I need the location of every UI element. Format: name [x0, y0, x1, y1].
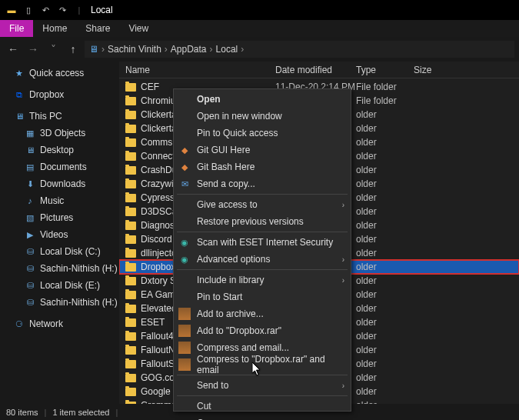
sidebar-item-label: Sachin-Nithish (H:) [40, 297, 118, 308]
sidebar-network[interactable]: ⚆Network [0, 315, 119, 332]
ctx-send-to[interactable]: Send to› [174, 377, 351, 394]
ctx-pin-quick-access[interactable]: Pin to Quick access [174, 125, 351, 142]
folder-icon [125, 249, 136, 258]
window-title: Local [91, 5, 113, 15]
folder-icon [125, 235, 136, 244]
ctx-open[interactable]: Open [174, 91, 351, 108]
folder-icon: ▬ [5, 3, 18, 17]
folder-icon [125, 346, 136, 355]
sidebar-item[interactable]: ▧Pictures [0, 209, 119, 226]
back-button[interactable]: ← [5, 41, 22, 58]
device-icon: ⛁ [25, 246, 35, 257]
folder-icon [125, 291, 136, 299]
ctx-add-archive[interactable]: Add to archive... [174, 305, 351, 322]
sidebar-item[interactable]: 🖥Desktop [0, 142, 119, 158]
cursor-icon [252, 362, 263, 378]
device-icon: ⬇ [25, 178, 35, 189]
git-icon: ◆ [178, 144, 191, 156]
sidebar-dropbox[interactable]: ⧉Dropbox [0, 86, 119, 103]
sidebar-this-pc[interactable]: 🖥This PC [0, 108, 119, 125]
ctx-pin-start[interactable]: Pin to Start [174, 288, 351, 305]
ctx-scan-eset[interactable]: ◉Scan with ESET Internet Security [174, 234, 351, 251]
chevron-right-icon: › [210, 44, 213, 55]
forward-button[interactable]: → [25, 41, 42, 58]
folder-icon [125, 263, 136, 272]
sidebar-item-label: Dropbox [29, 89, 64, 100]
ctx-give-access[interactable]: Give access to› [174, 196, 351, 213]
breadcrumb[interactable]: 🖥 › Sachin Vinith › AppData › Local › [85, 41, 514, 58]
col-size[interactable]: Size [414, 65, 431, 75]
sidebar-item-label: Pictures [40, 212, 73, 223]
rar-icon [178, 308, 191, 320]
sidebar-item[interactable]: ⛁Local Disk (C:) [0, 243, 119, 260]
ctx-send-copy[interactable]: ✉Send a copy... [174, 175, 351, 192]
ctx-cut[interactable]: Cut [174, 398, 351, 415]
file-type: File folder [356, 95, 414, 106]
separator [177, 194, 348, 195]
sidebar-item-label: Local Disk (C:) [40, 246, 101, 257]
rar-icon [178, 325, 191, 337]
sidebar-item[interactable]: ▤Documents [0, 158, 119, 175]
sidebar-item[interactable]: ▦3D Objects [0, 125, 119, 142]
col-name[interactable]: Name [125, 65, 275, 75]
crumb-appdata[interactable]: AppData [171, 44, 207, 55]
tab-file[interactable]: File [0, 20, 33, 37]
up-button[interactable]: ↑ [65, 41, 82, 58]
device-icon: ⛁ [25, 263, 35, 274]
device-icon: 🖥 [25, 145, 35, 155]
sidebar-item[interactable]: ▶Videos [0, 226, 119, 243]
file-type: older [356, 192, 414, 203]
col-date[interactable]: Date modified [275, 65, 356, 75]
ribbon-tabs: File Home Share View [0, 20, 519, 37]
sidebar-item[interactable]: ⬇Downloads [0, 175, 119, 192]
file-type: older [356, 220, 414, 231]
folder-icon [125, 222, 136, 230]
sidebar-item[interactable]: ⛁Sachin-Nithish (H:) [0, 294, 119, 311]
file-type: older [356, 275, 414, 286]
separator: | [115, 408, 118, 417]
device-icon: ▤ [25, 162, 35, 172]
sidebar-quick-access[interactable]: ★Quick access [0, 65, 119, 82]
send-icon: ✉ [178, 178, 191, 190]
pc-icon: 🖥 [14, 111, 25, 122]
file-type: older [356, 151, 414, 162]
ctx-include-library[interactable]: Include in library› [174, 272, 351, 288]
navigation-bar: ← → ˅ ↑ 🖥 › Sachin Vinith › AppData › Lo… [0, 37, 519, 62]
sidebar-item[interactable]: ⛁Sachin-Nithish (H:) [0, 260, 119, 277]
redo-icon[interactable]: ↷ [55, 3, 69, 17]
tab-view[interactable]: View [119, 20, 158, 37]
ctx-copy[interactable]: Copy [174, 415, 351, 420]
folder-icon [125, 360, 136, 368]
folder-icon [125, 208, 136, 216]
device-icon: ⛁ [25, 297, 35, 308]
folder-icon [125, 152, 136, 161]
ctx-advanced-options[interactable]: ◉Advanced options› [174, 251, 351, 268]
sidebar-item[interactable]: ⛁Local Disk (E:) [0, 277, 119, 294]
crumb-user[interactable]: Sachin Vinith [108, 44, 161, 55]
file-type: older [356, 331, 414, 342]
device-icon: ▶ [25, 229, 35, 240]
device-icon: ⛁ [25, 280, 35, 291]
folder-icon [125, 388, 136, 396]
file-type: older [356, 206, 414, 217]
recent-button[interactable]: ˅ [45, 41, 62, 58]
rar-icon [178, 358, 191, 371]
tab-home[interactable]: Home [33, 20, 76, 37]
ctx-git-bash[interactable]: ◆Git Bash Here [174, 158, 351, 175]
sidebar-item-label: Quick access [29, 68, 84, 78]
chevron-right-icon: › [342, 276, 344, 285]
col-type[interactable]: Type [356, 65, 414, 75]
undo-icon[interactable]: ↶ [38, 3, 52, 17]
folder-icon [125, 111, 136, 119]
sidebar-item[interactable]: ♪Music [0, 192, 119, 209]
crumb-local[interactable]: Local [216, 44, 238, 55]
ctx-open-new-window[interactable]: Open in new window [174, 108, 351, 125]
separator [177, 395, 348, 396]
tab-share[interactable]: Share [76, 20, 119, 37]
ctx-add-dropbox-rar[interactable]: Add to "Dropbox.rar" [174, 322, 351, 339]
folder-icon [125, 125, 136, 133]
sidebar-item-label: Music [40, 195, 64, 206]
status-selected: 1 item selected [52, 408, 109, 417]
ctx-restore-versions[interactable]: Restore previous versions [174, 213, 351, 230]
ctx-git-gui[interactable]: ◆Git GUI Here [174, 142, 351, 158]
